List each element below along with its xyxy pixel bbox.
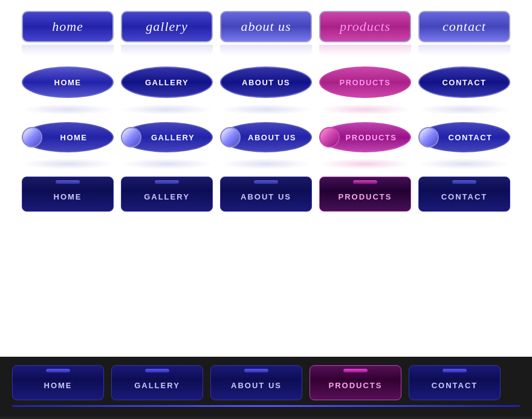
about-circle-label: ABOUT US [236, 133, 296, 142]
footer: StockFreeImages.com ID 013x3n9zfd [0, 417, 532, 419]
oval-ref3-home [22, 158, 114, 169]
about-oval-label: ABOUT US [242, 78, 290, 87]
row3-reflections [22, 158, 510, 168]
about-dark-tab-btn[interactable]: ABOUT US [210, 365, 302, 400]
gallery-tab-label: GALLERY [144, 192, 190, 201]
products-tab-btn[interactable]: PRODUCTS [319, 177, 411, 212]
gallery-rect-label: gallery [146, 19, 187, 34]
products-rect-btn[interactable]: products [319, 11, 411, 42]
reflect-home [22, 45, 114, 56]
products-dark-tab-label: PRODUCTS [329, 381, 383, 390]
oval-ref3-gallery [121, 158, 213, 169]
home-tab-btn[interactable]: HOME [22, 177, 114, 212]
contact-circle-btn[interactable]: CONTACT [418, 122, 510, 152]
products-oval-btn[interactable]: PRODUCTS [319, 67, 411, 98]
oval-ref-gallery [121, 104, 213, 115]
about-rect-label: about us [241, 19, 291, 34]
home-oval-btn[interactable]: HOME [22, 67, 114, 98]
home-rect-btn[interactable]: home [22, 11, 114, 42]
gallery-circle-accent [121, 127, 141, 148]
blue-underline [12, 405, 520, 407]
about-circle-accent [220, 127, 241, 148]
gallery-tab-btn[interactable]: GALLERY [121, 177, 213, 212]
home-circle-label: HOME [48, 133, 88, 142]
about-dark-tab-label: ABOUT US [231, 381, 282, 390]
gallery-dark-tab-btn[interactable]: GALLERY [111, 365, 203, 400]
about-tab-label: ABOUT US [241, 192, 291, 201]
contact-tab-btn[interactable]: CONTACT [418, 177, 510, 212]
oval-ref3-contact [418, 158, 510, 169]
home-rect-label: home [52, 19, 83, 34]
row1-reflections [22, 45, 510, 57]
products-circle-accent [319, 127, 340, 148]
oval-ref3-products [319, 158, 411, 169]
contact-circle-accent [418, 127, 439, 148]
contact-rect-label: contact [443, 19, 486, 34]
nav-row-1: home gallery about us products contact [22, 11, 510, 42]
contact-dark-tab-label: CONTACT [432, 381, 478, 390]
products-oval-label: PRODUCTS [340, 78, 391, 87]
home-circle-accent [22, 127, 42, 148]
nav-row-4: HOME GALLERY ABOUT US PRODUCTS CONTACT [22, 177, 510, 212]
nav-row-5: HOME GALLERY ABOUT US PRODUCTS CONTACT [12, 365, 520, 400]
gallery-oval-btn[interactable]: GALLERY [121, 67, 213, 98]
about-rect-btn[interactable]: about us [220, 11, 312, 42]
home-oval-label: HOME [54, 78, 82, 87]
reflect-contact [418, 45, 510, 56]
oval-ref-contact [418, 104, 510, 115]
oval-ref-about [220, 104, 312, 115]
gallery-circle-label: GALLERY [139, 133, 195, 142]
contact-oval-label: CONTACT [442, 78, 486, 87]
contact-dark-tab-btn[interactable]: CONTACT [409, 365, 501, 400]
reflect-about [220, 45, 312, 56]
dark-nav-section: HOME GALLERY ABOUT US PRODUCTS CONTACT [0, 357, 532, 417]
nav-row-2: HOME GALLERY ABOUT US PRODUCTS CONTACT [22, 67, 510, 98]
home-circle-btn[interactable]: HOME [22, 122, 114, 152]
about-oval-btn[interactable]: ABOUT US [220, 67, 312, 98]
home-dark-tab-btn[interactable]: HOME [12, 365, 104, 400]
home-tab-label: HOME [54, 192, 82, 201]
home-dark-tab-label: HOME [44, 381, 73, 390]
about-circle-btn[interactable]: ABOUT US [220, 122, 312, 152]
gallery-oval-label: GALLERY [145, 78, 189, 87]
contact-rect-btn[interactable]: contact [418, 11, 510, 42]
contact-oval-btn[interactable]: CONTACT [418, 67, 510, 98]
products-rect-label: products [340, 19, 391, 34]
oval-ref-products [319, 104, 411, 115]
about-tab-btn[interactable]: ABOUT US [220, 177, 312, 212]
products-circle-btn[interactable]: PRODUCTS [319, 122, 411, 152]
gallery-rect-btn[interactable]: gallery [121, 11, 213, 42]
products-tab-label: PRODUCTS [339, 192, 392, 201]
nav-row-3: HOME GALLERY ABOUT US PRODUCTS CONTACT [22, 122, 510, 152]
oval-ref-home [22, 104, 114, 115]
oval-ref3-about [220, 158, 312, 169]
contact-circle-label: CONTACT [436, 133, 492, 142]
reflect-gallery [121, 45, 213, 56]
contact-tab-label: CONTACT [441, 192, 488, 201]
gallery-circle-btn[interactable]: GALLERY [121, 122, 213, 152]
products-circle-label: PRODUCTS [334, 133, 397, 142]
row2-reflections [22, 104, 510, 114]
products-dark-tab-btn[interactable]: PRODUCTS [310, 365, 401, 400]
reflect-products [319, 45, 411, 56]
gallery-dark-tab-label: GALLERY [134, 381, 180, 390]
